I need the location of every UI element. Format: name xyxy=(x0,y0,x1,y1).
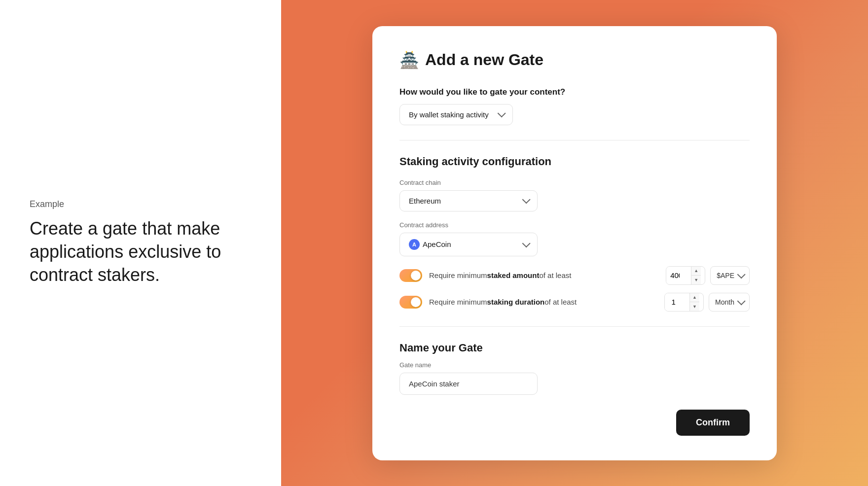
contract-chain-selected: Ethereum xyxy=(409,197,441,205)
gate-type-selected: By wallet staking activity xyxy=(409,110,489,119)
contract-address-selected: ApeCoin xyxy=(423,240,451,248)
toggle2-bold: staking duration xyxy=(487,298,545,306)
example-label: Example xyxy=(30,199,252,209)
staked-amount-down[interactable]: ▼ xyxy=(691,276,701,284)
chevron-down-icon xyxy=(522,239,531,247)
contract-address-label: Contract address xyxy=(399,221,750,229)
toggle1-prefix: Require minimum xyxy=(429,271,487,279)
toggle1-bold: staked amount xyxy=(487,271,540,279)
name-gate-title: Name your Gate xyxy=(399,342,750,354)
staked-amount-up[interactable]: ▲ xyxy=(691,267,701,276)
modal-card: 🏯 Add a new Gate How would you like to g… xyxy=(372,26,777,460)
chevron-down-icon xyxy=(737,270,746,278)
torii-icon: 🏯 xyxy=(399,51,419,69)
month-selected: Month xyxy=(715,298,734,306)
contract-address-dropdown[interactable]: A ApeCoin xyxy=(399,233,538,256)
staking-config-section: Staking activity configuration Contract … xyxy=(399,155,750,312)
toggle1-suffix: of at least xyxy=(539,271,571,279)
toggle2-prefix: Require minimum xyxy=(429,298,487,306)
staking-duration-toggle[interactable] xyxy=(399,296,422,309)
name-gate-section: Name your Gate Gate name xyxy=(399,342,750,395)
confirm-button[interactable]: Confirm xyxy=(676,410,750,436)
duration-input[interactable] xyxy=(665,293,689,311)
month-dropdown[interactable]: Month xyxy=(709,293,750,312)
duration-up[interactable]: ▲ xyxy=(690,293,699,303)
chevron-down-icon xyxy=(522,195,531,204)
duration-down[interactable]: ▼ xyxy=(690,302,699,311)
gate-type-dropdown[interactable]: By wallet staking activity xyxy=(399,104,513,125)
staking-duration-row: Require minimum staking duration of at l… xyxy=(399,293,750,312)
gate-type-section: How would you like to gate your content?… xyxy=(399,87,750,125)
apecoin-icon: A xyxy=(409,239,420,250)
staked-amount-toggle[interactable] xyxy=(399,269,422,282)
chevron-down-icon xyxy=(737,297,746,305)
contract-chain-field: Contract chain Ethereum xyxy=(399,179,750,211)
staked-amount-input[interactable] xyxy=(666,267,691,284)
toggle2-suffix: of at least xyxy=(544,298,577,306)
contract-chain-label: Contract chain xyxy=(399,179,750,186)
gate-name-label: Gate name xyxy=(399,361,750,369)
divider-2 xyxy=(399,326,750,327)
duration-input-wrapper: ▲ ▼ xyxy=(664,293,704,312)
duration-spinners: ▲ ▼ xyxy=(689,293,699,311)
chevron-down-icon xyxy=(498,109,506,117)
staked-amount-input-wrapper: ▲ ▼ xyxy=(666,266,705,285)
gate-question: How would you like to gate your content? xyxy=(399,87,750,97)
gate-name-input[interactable] xyxy=(399,373,538,395)
divider-1 xyxy=(399,140,750,140)
contract-address-field: Contract address A ApeCoin xyxy=(399,221,750,256)
staked-amount-row: Require minimum staked amount of at leas… xyxy=(399,266,750,285)
currency-dropdown[interactable]: $APE xyxy=(710,266,750,285)
modal-title-text: Add a new Gate xyxy=(425,51,543,69)
staked-amount-spinners: ▲ ▼ xyxy=(691,267,701,284)
contract-chain-dropdown[interactable]: Ethereum xyxy=(399,190,538,211)
staking-config-title: Staking activity configuration xyxy=(399,155,750,168)
confirm-section: Confirm xyxy=(399,395,750,436)
currency-selected: $APE xyxy=(717,272,734,279)
example-description: Create a gate that make applications exc… xyxy=(30,217,252,286)
